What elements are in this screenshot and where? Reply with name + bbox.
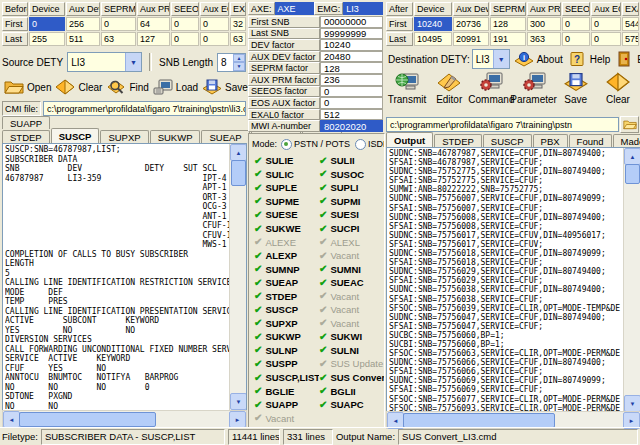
- tab-found[interactable]: Found: [569, 134, 612, 147]
- table-cell[interactable]: 10495: [414, 32, 452, 46]
- axe-row-value-aux-prm-factor[interactable]: 236: [320, 74, 383, 86]
- scroll-down-icon[interactable]: [230, 393, 247, 410]
- table-cell[interactable]: 0: [171, 32, 199, 46]
- scroll-up-icon[interactable]: [230, 144, 247, 161]
- axe-row-value-eos-aux-factor[interactable]: 0: [320, 97, 383, 109]
- table-cell[interactable]: 300: [527, 17, 561, 31]
- table-cell[interactable]: 63: [230, 32, 246, 46]
- cmi-file-field[interactable]: c:\programmer\profildata\figaro 7\traini…: [43, 101, 246, 116]
- left-vertical-scrollbar[interactable]: [229, 144, 246, 410]
- load-button[interactable]: Load: [151, 78, 200, 96]
- service-supli[interactable]: ✔SUPLI: [319, 181, 384, 195]
- chevron-down-icon[interactable]: [493, 50, 509, 68]
- service-bglie[interactable]: ✔BGLIE: [254, 384, 319, 398]
- service-sulic[interactable]: ✔SULIC: [254, 168, 319, 182]
- service-suscp-list[interactable]: ✔SUSCP,LIST: [254, 371, 319, 385]
- service-sukwe[interactable]: ✔SUKWE: [254, 222, 319, 236]
- source-dety-select[interactable]: LI3: [67, 52, 142, 72]
- save-button[interactable]: Save: [200, 78, 250, 96]
- table-cell[interactable]: 191: [490, 32, 526, 46]
- exit-button[interactable]: Exit: [612, 50, 640, 68]
- table-cell[interactable]: 32: [230, 17, 246, 31]
- table-cell[interactable]: 544: [622, 17, 639, 31]
- service-sulie[interactable]: ✔SULIE: [254, 154, 319, 168]
- tab-sukwp[interactable]: SUKWP: [150, 130, 201, 143]
- scrollbar-thumb[interactable]: [19, 412, 156, 427]
- service-sumni[interactable]: ✔SUMNI: [319, 262, 384, 276]
- axe-row-value-last-snb[interactable]: 99999999: [320, 28, 383, 40]
- service-suese[interactable]: ✔SUESE: [254, 208, 319, 222]
- subscriber-data-textarea[interactable]: SUSCP:SNB=46787987,LIST;SUBSCRIBER DATAS…: [2, 143, 247, 411]
- service-sukwi[interactable]: ✔SUKWI: [319, 330, 384, 344]
- table-cell[interactable]: 0: [200, 17, 229, 31]
- tab-stdep[interactable]: STDEP: [2, 130, 50, 143]
- service-suapc[interactable]: ✔SUAPC: [319, 398, 384, 412]
- right-vertical-scrollbar[interactable]: [623, 148, 640, 412]
- scrollbar-thumb[interactable]: [231, 160, 246, 186]
- service-supxp[interactable]: ✔SUPXP: [254, 317, 319, 331]
- table-cell[interactable]: 363: [527, 32, 561, 46]
- service-sulni[interactable]: ✔SULNI: [319, 344, 384, 358]
- table-cell[interactable]: 255: [29, 32, 65, 46]
- table-cell[interactable]: 10240: [414, 17, 452, 31]
- service-sukwp[interactable]: ✔SUKWP: [254, 330, 319, 344]
- tab-suscp[interactable]: SUSCP: [483, 134, 532, 147]
- table-cell[interactable]: 127: [137, 32, 170, 46]
- axe-row-value-dev-factor[interactable]: 10240: [320, 39, 383, 51]
- service-sulnp[interactable]: ✔SULNP: [254, 344, 319, 358]
- table-cell[interactable]: 0: [591, 17, 621, 31]
- service-suesi[interactable]: ✔SUESI: [319, 208, 384, 222]
- spinner-up-icon[interactable]: [233, 54, 245, 63]
- clear-button[interactable]: Clear: [53, 78, 104, 96]
- service-bglii[interactable]: ✔BGLII: [319, 384, 384, 398]
- spinner-down-icon[interactable]: [233, 62, 245, 71]
- service-supmi[interactable]: ✔SUPMI: [319, 195, 384, 209]
- tab-pbx[interactable]: PBX: [533, 134, 568, 147]
- table-cell[interactable]: 0: [562, 32, 590, 46]
- tab-supxp[interactable]: SUPXP: [100, 130, 148, 143]
- command-button[interactable]: Command: [470, 71, 512, 105]
- service-susoc[interactable]: ✔SUSOC: [319, 168, 384, 182]
- table-cell[interactable]: 0: [591, 32, 621, 46]
- axe-row-value-first-snb[interactable]: 00000000: [320, 16, 383, 28]
- tab-suscp[interactable]: SUSCP: [51, 128, 100, 143]
- save-button[interactable]: Save: [555, 71, 597, 105]
- parameter-button[interactable]: Parameter: [513, 71, 555, 105]
- browse-folder-button[interactable]: [620, 116, 639, 133]
- service-sus-convert[interactable]: ✔SUS Convert: [319, 371, 384, 385]
- editor-button[interactable]: Editor: [428, 71, 470, 105]
- service-sueap[interactable]: ✔SUEAP: [254, 276, 319, 290]
- table-cell[interactable]: 575: [622, 32, 639, 46]
- axe-row-value-seeos-factor[interactable]: 0: [320, 86, 383, 98]
- table-cell[interactable]: 0: [562, 17, 590, 31]
- find-button[interactable]: Find: [104, 78, 150, 96]
- transmit-button[interactable]: Transmit: [386, 71, 428, 105]
- snb-length-stepper[interactable]: 8: [217, 53, 246, 72]
- destination-dety-select[interactable]: LI3: [472, 49, 510, 69]
- service-suapp[interactable]: ✔SUAPP: [254, 398, 319, 412]
- table-cell[interactable]: 256: [66, 17, 100, 31]
- tab-stdep[interactable]: STDEP: [434, 134, 482, 147]
- service-suple[interactable]: ✔SUPLE: [254, 181, 319, 195]
- scrollbar-thumb[interactable]: [403, 413, 555, 428]
- axe-value[interactable]: AXE: [275, 2, 315, 15]
- emg-value[interactable]: LI3: [343, 2, 383, 15]
- axe-row-value-exal0-factor[interactable]: 512: [320, 109, 383, 121]
- clear-button[interactable]: Clear: [597, 71, 639, 105]
- service-alexp[interactable]: ✔ALEXP: [254, 249, 319, 263]
- service-stdep[interactable]: ✔STDEP: [254, 289, 319, 303]
- table-cell[interactable]: 0: [171, 17, 199, 31]
- tab-output[interactable]: Output: [386, 132, 433, 147]
- service-suscp[interactable]: ✔SUSCP: [254, 303, 319, 317]
- tab-suapp[interactable]: SUAPP: [2, 116, 50, 129]
- table-cell[interactable]: 0: [101, 17, 136, 31]
- service-suspp[interactable]: ✔SUSPP: [254, 357, 319, 371]
- service-sucpi[interactable]: ✔SUCPI: [319, 222, 384, 236]
- output-path-field[interactable]: c:\programmer\profildata\figaro 7\traini…: [386, 117, 619, 132]
- service-supme[interactable]: ✔SUPME: [254, 195, 319, 209]
- service-sulii[interactable]: ✔SULII: [319, 154, 384, 168]
- axe-row-value-seprm-factor[interactable]: 128: [320, 62, 383, 74]
- scroll-left-icon[interactable]: [3, 411, 20, 428]
- table-cell[interactable]: 20991: [453, 32, 489, 46]
- radio-isdn-e[interactable]: ISDN-E: [355, 139, 385, 150]
